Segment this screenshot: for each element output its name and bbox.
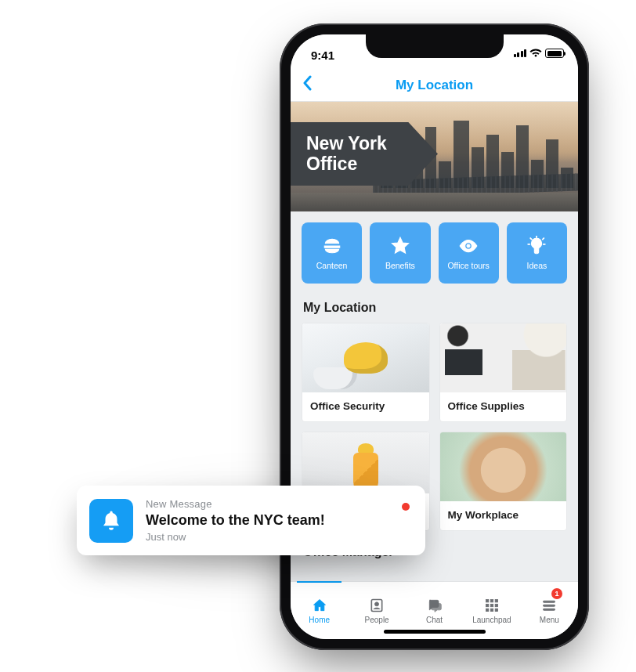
lightbulb-icon	[526, 236, 547, 256]
svg-rect-8	[486, 609, 488, 611]
tab-bar: Home People Chat Launchpad 1	[291, 581, 578, 639]
svg-rect-2	[486, 599, 488, 602]
card-label: My Workplace	[440, 501, 567, 530]
notification-unread-dot	[402, 503, 410, 511]
status-time: 9:41	[311, 49, 334, 62]
quick-tiles-row: Canteen Benefits Office tours Ideas	[291, 211, 578, 287]
card-image	[302, 323, 429, 392]
chevron-left-icon	[302, 75, 313, 91]
notification-time: Just now	[146, 531, 389, 543]
burger-icon	[322, 236, 342, 256]
card-image	[440, 323, 567, 392]
quick-tile-office-tours[interactable]: Office tours	[439, 222, 499, 284]
bell-icon	[99, 509, 123, 533]
tab-menu[interactable]: 1 Menu	[521, 582, 578, 639]
grid-icon	[483, 598, 500, 613]
tab-label: Home	[309, 616, 330, 624]
hero-banner: New York Office	[291, 102, 578, 211]
notification-title: Welcome to the NYC team!	[146, 512, 389, 529]
nav-bar: My Location	[291, 69, 578, 102]
notification-category: New Message	[146, 498, 389, 510]
svg-rect-9	[490, 609, 493, 611]
hero-title-line2: Office	[306, 154, 421, 174]
svg-rect-5	[486, 604, 488, 606]
star-icon	[390, 236, 410, 256]
card-label: Office Supplies	[440, 392, 567, 421]
quick-tile-benefits[interactable]: Benefits	[370, 222, 430, 284]
svg-rect-11	[544, 601, 555, 602]
svg-rect-4	[495, 599, 497, 602]
card-image	[440, 432, 567, 501]
home-indicator[interactable]	[384, 630, 486, 634]
svg-rect-3	[490, 599, 493, 602]
card-office-security[interactable]: Office Security	[302, 323, 430, 422]
notch	[366, 34, 504, 58]
card-office-supplies[interactable]: Office Supplies	[439, 323, 568, 422]
tab-label: Launchpad	[472, 616, 511, 624]
svg-rect-7	[495, 604, 497, 606]
quick-tile-label: Benefits	[385, 261, 415, 270]
notification-app-icon	[89, 499, 133, 543]
hero-title-line1: New York	[306, 133, 421, 154]
quick-tile-label: Office tours	[447, 261, 490, 270]
wifi-icon	[529, 49, 542, 58]
eye-icon	[458, 236, 479, 256]
card-my-workplace[interactable]: My Workplace	[439, 432, 568, 531]
home-icon	[311, 598, 328, 613]
tab-home[interactable]: Home	[291, 582, 348, 639]
chat-icon	[426, 598, 443, 613]
quick-tile-ideas[interactable]: Ideas	[507, 222, 567, 284]
tab-label: People	[365, 616, 389, 624]
quick-tile-label: Ideas	[527, 261, 547, 270]
tab-badge: 1	[551, 588, 562, 599]
people-icon	[368, 598, 385, 613]
battery-icon	[545, 49, 564, 58]
back-button[interactable]	[302, 75, 313, 96]
svg-rect-10	[495, 609, 497, 611]
svg-point-1	[375, 602, 379, 605]
card-label: Office Security	[302, 392, 429, 421]
hero-title-tag: New York Office	[291, 122, 438, 186]
quick-tile-label: Canteen	[316, 261, 348, 270]
cellular-icon	[514, 49, 527, 57]
notification-toast[interactable]: New Message Welcome to the NYC team! Jus…	[77, 486, 425, 555]
svg-rect-13	[544, 609, 555, 610]
svg-rect-12	[544, 605, 555, 606]
svg-rect-6	[490, 604, 493, 606]
nav-title: My Location	[396, 78, 473, 93]
section-title-my-location: My Location	[291, 287, 578, 323]
quick-tile-canteen[interactable]: Canteen	[302, 222, 362, 284]
menu-icon	[540, 598, 558, 613]
tab-label: Menu	[540, 616, 559, 624]
tab-label: Chat	[426, 616, 443, 624]
